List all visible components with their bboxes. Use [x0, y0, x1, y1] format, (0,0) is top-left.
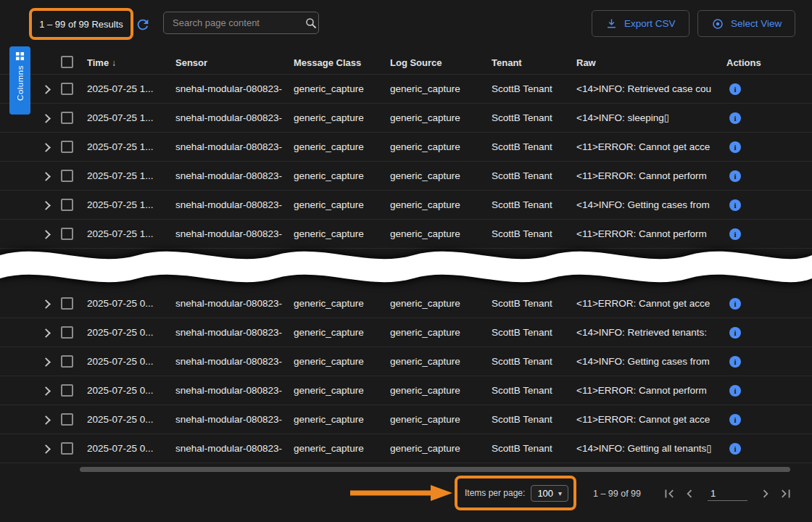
- info-icon[interactable]: i: [729, 112, 741, 124]
- info-icon[interactable]: i: [729, 298, 741, 310]
- info-icon[interactable]: i: [729, 414, 741, 426]
- cell-raw: <14>INFO: Retrieved tenants:: [576, 318, 721, 347]
- row-checkbox[interactable]: [61, 326, 73, 339]
- cell-time: 2025-07-25 0...: [87, 376, 168, 405]
- row-checkbox[interactable]: [61, 141, 73, 153]
- refresh-icon: [135, 17, 151, 33]
- page-number-input[interactable]: [708, 486, 747, 501]
- select-all-checkbox[interactable]: [61, 56, 73, 68]
- cell-log-source: generic_capture: [390, 318, 484, 347]
- expand-chevron-icon[interactable]: [41, 415, 51, 425]
- row-checkbox[interactable]: [61, 170, 73, 182]
- expand-chevron-icon[interactable]: [41, 114, 51, 123]
- cell-tenant: ScottB Tenant: [492, 318, 570, 347]
- row-checkbox[interactable]: [61, 442, 73, 455]
- select-view-label: Select View: [731, 18, 782, 29]
- cell-message-class: generic_capture: [294, 318, 384, 347]
- table-row[interactable]: 2025-07-25 0... snehal-modular-080823- g…: [0, 318, 812, 347]
- cell-time: 2025-07-25 0...: [87, 347, 168, 376]
- table-row[interactable]: 2025-07-25 0... snehal-modular-080823- g…: [0, 347, 812, 376]
- horizontal-scrollbar[interactable]: [80, 467, 790, 472]
- cell-time: 2025-07-25 1...: [87, 191, 168, 220]
- expand-chevron-icon[interactable]: [41, 172, 51, 181]
- cell-sensor: snehal-modular-080823-: [175, 75, 286, 104]
- cell-time: 2025-07-25 1...: [87, 104, 168, 133]
- cell-message-class: generic_capture: [294, 347, 384, 376]
- select-view-button[interactable]: Select View: [697, 10, 795, 37]
- last-page-button[interactable]: [776, 484, 795, 503]
- cell-tenant: ScottB Tenant: [492, 162, 570, 191]
- expand-chevron-icon[interactable]: [41, 386, 51, 396]
- columns-panel-tab[interactable]: Columns: [9, 46, 30, 115]
- table-row[interactable]: 2025-07-25 1... snehal-modular-080823- g…: [0, 75, 812, 104]
- row-checkbox[interactable]: [61, 83, 73, 95]
- info-icon[interactable]: i: [729, 141, 741, 153]
- info-icon[interactable]: i: [729, 356, 741, 368]
- cell-log-source: generic_capture: [390, 405, 484, 434]
- info-icon[interactable]: i: [729, 83, 741, 95]
- table-row[interactable]: 2025-07-25 1... snehal-modular-080823- g…: [0, 162, 812, 191]
- row-checkbox[interactable]: [61, 413, 73, 426]
- cell-raw: <11>ERROR: Cannot get acce: [576, 405, 721, 434]
- info-icon[interactable]: i: [729, 385, 741, 397]
- column-header-tenant: Tenant: [492, 51, 570, 75]
- cell-log-source: generic_capture: [390, 376, 484, 405]
- row-checkbox[interactable]: [61, 112, 73, 124]
- cell-sensor: snehal-modular-080823-: [175, 162, 286, 191]
- column-header-log-source: Log Source: [390, 51, 484, 75]
- expand-chevron-icon[interactable]: [41, 357, 51, 367]
- cell-log-source: generic_capture: [390, 133, 484, 162]
- cell-log-source: generic_capture: [390, 347, 484, 376]
- table-row[interactable]: 2025-07-25 1... snehal-modular-080823- g…: [0, 191, 812, 220]
- grid-icon: [15, 51, 25, 61]
- row-checkbox[interactable]: [61, 199, 73, 211]
- cell-raw: <14>INFO: Getting cases from: [576, 347, 721, 376]
- row-checkbox[interactable]: [61, 384, 73, 397]
- cell-message-class: generic_capture: [294, 405, 384, 434]
- info-icon[interactable]: i: [729, 443, 741, 455]
- next-page-button[interactable]: [756, 484, 775, 503]
- column-header-time[interactable]: Time↓: [87, 51, 168, 75]
- search-input[interactable]: [164, 17, 304, 28]
- cell-message-class: generic_capture: [294, 376, 384, 405]
- row-checkbox[interactable]: [61, 297, 73, 310]
- cell-raw: <14>INFO: sleeping▯: [576, 104, 721, 133]
- export-csv-label: Export CSV: [624, 18, 676, 29]
- chevron-left-icon: [682, 486, 697, 502]
- cell-tenant: ScottB Tenant: [492, 434, 570, 463]
- row-checkbox[interactable]: [61, 355, 73, 368]
- table-row[interactable]: 2025-07-25 1... snehal-modular-080823- g…: [0, 133, 812, 162]
- table-row[interactable]: 2025-07-25 0... snehal-modular-080823- g…: [0, 405, 812, 434]
- cell-time: 2025-07-25 1...: [87, 133, 168, 162]
- expand-chevron-icon[interactable]: [41, 328, 51, 338]
- column-header-message-class: Message Class: [294, 51, 384, 75]
- cell-time: 2025-07-25 1...: [87, 162, 168, 191]
- table-row[interactable]: 2025-07-25 0... snehal-modular-080823- g…: [0, 376, 812, 405]
- expand-chevron-icon[interactable]: [41, 143, 51, 152]
- cell-raw: <11>ERROR: Cannot perform: [576, 162, 721, 191]
- table-row[interactable]: 2025-07-25 0... snehal-modular-080823- g…: [0, 434, 812, 463]
- cell-sensor: snehal-modular-080823-: [175, 405, 286, 434]
- expand-chevron-icon[interactable]: [41, 444, 51, 454]
- cell-raw: <14>INFO: Getting cases from: [576, 191, 721, 220]
- expand-chevron-icon[interactable]: [41, 85, 51, 94]
- cell-tenant: ScottB Tenant: [492, 405, 570, 434]
- info-icon[interactable]: i: [729, 170, 741, 182]
- first-page-button[interactable]: [660, 484, 679, 503]
- items-per-page-select[interactable]: 100 ▾: [531, 485, 568, 502]
- previous-page-button[interactable]: [680, 484, 699, 503]
- refresh-button[interactable]: [135, 17, 151, 33]
- info-icon[interactable]: i: [729, 327, 741, 339]
- table-row[interactable]: 2025-07-25 1... snehal-modular-080823- g…: [0, 104, 812, 133]
- table-header: Time↓ Sensor Message Class Log Source Te…: [0, 51, 812, 75]
- expand-chevron-icon[interactable]: [41, 201, 51, 210]
- download-icon: [605, 17, 618, 30]
- cell-time: 2025-07-25 0...: [87, 405, 168, 434]
- table-rows-top-group: 2025-07-25 1... snehal-modular-080823- g…: [0, 75, 812, 249]
- export-csv-button[interactable]: Export CSV: [592, 10, 689, 37]
- cell-message-class: generic_capture: [294, 434, 384, 463]
- info-icon[interactable]: i: [729, 199, 741, 211]
- cell-log-source: generic_capture: [390, 162, 484, 191]
- annotation-box-items-per-page: Items per page: 100 ▾: [455, 476, 576, 510]
- expand-chevron-icon[interactable]: [41, 299, 51, 309]
